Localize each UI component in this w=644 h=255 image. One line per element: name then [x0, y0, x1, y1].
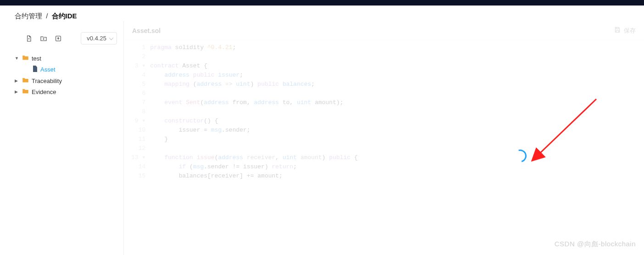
editor-header: Asset.sol 保存	[124, 21, 644, 40]
breadcrumb-parent[interactable]: 合约管理	[15, 12, 42, 20]
sidebar-toolbar: v0.4.25	[0, 29, 123, 51]
caret-right-icon: ▶	[15, 89, 19, 94]
tree-file-asset[interactable]: Asset	[30, 64, 120, 75]
tree-folder-test[interactable]: ▼ test	[13, 53, 120, 64]
watermark-text: CSDN @向彪-blockchain	[555, 240, 636, 249]
code-lines: pragma solidity ^0.4.21; contract Asset …	[150, 43, 358, 181]
save-label: 保存	[624, 27, 636, 35]
tree-label: Traceability	[32, 78, 62, 84]
folder-icon	[22, 88, 29, 95]
folder-icon	[22, 55, 29, 62]
upload-icon[interactable]	[54, 34, 62, 43]
tree-label: Evidence	[32, 89, 56, 95]
file-tree: ▼ test Asset ▶ Traceability	[0, 51, 123, 97]
new-folder-icon[interactable]	[39, 34, 48, 43]
version-value: v0.4.25	[87, 35, 106, 42]
line-gutter: 123 ▾ 456 789 ▾ 101112 13 ▾1415	[124, 43, 150, 181]
main-layout: v0.4.25 ▼ test Asset ▶	[0, 21, 644, 255]
tree-label: test	[32, 55, 41, 62]
tree-folder-evidence[interactable]: ▶ Evidence	[13, 86, 120, 97]
sidebar: v0.4.25 ▼ test Asset ▶	[0, 21, 124, 255]
tree-label: Asset	[40, 66, 56, 73]
caret-down-icon: ▼	[15, 56, 19, 61]
editor-area: Asset.sol 保存 123 ▾ 456 789 ▾ 101112 13 ▾…	[124, 21, 644, 255]
code-editor[interactable]: 123 ▾ 456 789 ▾ 101112 13 ▾1415 pragma s…	[124, 40, 644, 181]
save-button[interactable]: 保存	[614, 26, 636, 35]
version-select[interactable]: v0.4.25	[81, 32, 117, 44]
file-icon	[32, 66, 38, 73]
new-file-icon[interactable]	[25, 34, 33, 43]
folder-icon	[22, 77, 29, 84]
editor-tab-name: Asset.sol	[132, 27, 161, 34]
breadcrumb-separator: /	[44, 12, 50, 20]
save-icon	[614, 26, 621, 35]
tree-folder-traceability[interactable]: ▶ Traceability	[13, 75, 120, 86]
caret-right-icon: ▶	[15, 78, 19, 83]
top-dark-bar	[0, 0, 644, 6]
breadcrumb-current: 合约IDE	[52, 12, 77, 20]
